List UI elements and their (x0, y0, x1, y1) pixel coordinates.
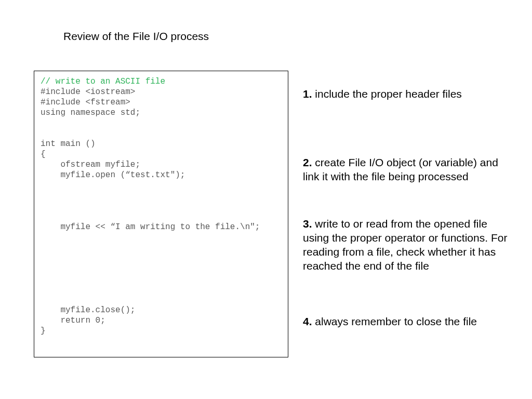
step-1: 1. include the proper header files (303, 87, 511, 101)
step-1-number: 1. (303, 88, 312, 100)
code-block-includes-main: #include <iostream> #include <fstream> u… (41, 87, 282, 180)
step-3: 3. write to or read from the opened file… (303, 217, 511, 273)
step-1-text: include the proper header files (312, 88, 462, 100)
step-4: 4. always remember to close the file (303, 315, 511, 329)
step-2-text: create File I/O object (or variable) and… (303, 156, 498, 182)
code-sample-box: // write to an ASCII file #include <iost… (34, 71, 288, 357)
page-title: Review of the File I/O process (63, 30, 209, 43)
code-block-write: myfile << “I am writing to the file.\n"; (41, 222, 282, 232)
step-3-number: 3. (303, 218, 312, 230)
step-4-number: 4. (303, 315, 312, 327)
step-3-text: write to or read from the opened file us… (303, 218, 507, 272)
step-2: 2. create File I/O object (or variable) … (303, 156, 511, 184)
code-comment: // write to an ASCII file (41, 76, 282, 87)
step-4-text: always remember to close the file (312, 315, 477, 327)
step-2-number: 2. (303, 156, 312, 168)
code-block-close: myfile.close(); return 0; } (41, 305, 282, 336)
